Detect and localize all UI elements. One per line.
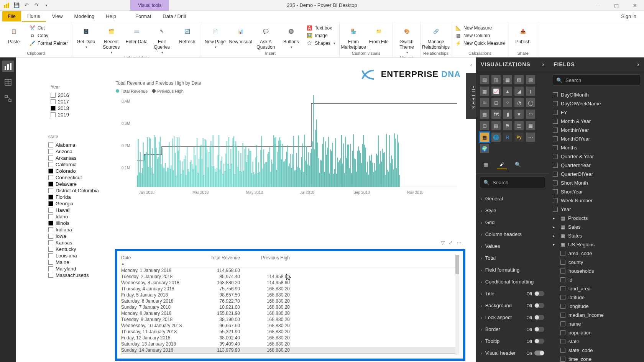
- tab-format[interactable]: Format: [130, 11, 156, 21]
- data-view-icon[interactable]: [2, 77, 14, 88]
- table-visual[interactable]: ▽ ⤢ ⋯ Date▲ Total Revenue Previous High …: [115, 249, 465, 361]
- format-card[interactable]: ›General: [476, 193, 549, 205]
- table-row[interactable]: Wednesday, 3 January 2018168,880.20114,9…: [121, 280, 459, 286]
- vis-kpi[interactable]: ⚑: [503, 121, 512, 130]
- save-icon[interactable]: 💾: [13, 2, 20, 9]
- state-option[interactable]: Idaho: [48, 213, 99, 220]
- format-card[interactable]: ›Field formatting: [476, 264, 549, 276]
- new-visual-button[interactable]: 📊New Visual: [229, 23, 252, 44]
- format-card[interactable]: ›BorderOff: [476, 323, 549, 335]
- table-row[interactable]: Thursday, 11 January 201855,321.90168,88…: [121, 329, 459, 335]
- paste-button[interactable]: 📋Paste: [2, 23, 25, 44]
- vis-donut[interactable]: ◯: [526, 98, 535, 107]
- state-option[interactable]: Hawaii: [48, 207, 99, 213]
- from-file-button[interactable]: 📁From File: [367, 23, 390, 44]
- format-card[interactable]: ›BackgroundOff: [476, 300, 549, 311]
- field-column[interactable]: latitude: [549, 293, 644, 302]
- vis-matrix[interactable]: ▦: [526, 121, 535, 130]
- enter-data-button[interactable]: ⌨️Enter Data: [125, 23, 148, 44]
- field-column[interactable]: Month & Year: [549, 117, 644, 126]
- format-card[interactable]: ›Style: [476, 205, 549, 216]
- col-header-rev[interactable]: Total Revenue: [198, 255, 248, 266]
- chart-visual[interactable]: Total Revenue and Previous High by Date …: [116, 80, 461, 209]
- vis-100-bar[interactable]: ▨: [526, 75, 535, 84]
- state-option[interactable]: Louisiana: [48, 252, 99, 259]
- vis-line-column[interactable]: ⫿: [526, 87, 535, 96]
- state-option[interactable]: Alabama: [48, 142, 99, 148]
- state-option[interactable]: District of Columbia: [48, 187, 99, 194]
- state-option[interactable]: Kansas: [48, 239, 99, 246]
- field-column[interactable]: QuarterOfYear: [549, 170, 644, 179]
- chevron-right-icon[interactable]: ›: [637, 61, 639, 67]
- vis-table[interactable]: ▦: [480, 133, 489, 142]
- format-card[interactable]: ›Lock aspectOff: [476, 311, 549, 323]
- field-table[interactable]: ▸▦States: [549, 231, 644, 240]
- tab-modeling[interactable]: Modeling: [69, 11, 100, 21]
- new-page-button[interactable]: 📄New Page▾: [204, 23, 227, 49]
- vis-treemap[interactable]: ▦: [480, 110, 489, 119]
- new-measure-button[interactable]: 📐New Measure: [453, 25, 506, 31]
- fields-well-icon[interactable]: ▦: [481, 159, 491, 169]
- shapes-button[interactable]: ⬠Shapes▾: [305, 40, 337, 47]
- model-view-icon[interactable]: [2, 93, 14, 104]
- format-card[interactable]: ›Values: [476, 240, 549, 252]
- vis-python[interactable]: Py: [514, 133, 524, 142]
- tab-file[interactable]: File: [2, 11, 21, 21]
- vis-scatter[interactable]: ⁘: [503, 98, 512, 107]
- table-row[interactable]: Tuesday, 2 January 201885,974.40114,958.…: [121, 274, 459, 280]
- manage-relationships-button[interactable]: 🔗Manage Relationships: [424, 23, 447, 50]
- format-card[interactable]: ›Conditional formatting: [476, 276, 549, 288]
- table-row[interactable]: Monday, 8 January 2018155,821.90168,880.…: [121, 310, 459, 316]
- state-option[interactable]: California: [48, 161, 99, 168]
- vis-pie[interactable]: ◔: [514, 98, 524, 107]
- vis-import[interactable]: ⋯: [526, 133, 535, 142]
- collapse-pane-icon[interactable]: ‹: [466, 60, 476, 70]
- year-option[interactable]: 2016: [51, 92, 69, 98]
- format-card[interactable]: ›Grid: [476, 216, 549, 228]
- field-column[interactable]: Short Month: [549, 179, 644, 187]
- vis-clustered-bar[interactable]: ▦: [503, 75, 512, 84]
- copy-button[interactable]: ⧉Copy: [28, 32, 69, 39]
- format-card[interactable]: ›Total: [476, 252, 549, 264]
- field-column[interactable]: Week Number: [549, 196, 644, 205]
- field-column[interactable]: households: [549, 267, 644, 275]
- field-column[interactable]: land_area: [549, 284, 644, 293]
- vis-waterfall[interactable]: ⊟: [491, 98, 501, 107]
- vis-area[interactable]: ▲: [503, 87, 512, 96]
- field-column[interactable]: state: [549, 337, 644, 346]
- vis-stacked-area[interactable]: ◢: [514, 87, 524, 96]
- col-header-date[interactable]: Date▲: [121, 255, 198, 266]
- filter-icon[interactable]: ▽: [441, 240, 445, 246]
- vis-line[interactable]: 📈: [491, 87, 501, 96]
- table-row[interactable]: Tuesday, 9 January 201838,190.00168,880.…: [121, 316, 459, 323]
- state-option[interactable]: Kentucky: [48, 246, 99, 252]
- field-column[interactable]: time_zone: [549, 355, 644, 362]
- vis-gauge[interactable]: ◠: [526, 110, 535, 119]
- vis-globe[interactable]: 🌍: [480, 144, 489, 153]
- textbox-button[interactable]: 🅰️Text box: [305, 25, 337, 31]
- state-option[interactable]: Massachusetts: [48, 272, 99, 278]
- fields-search[interactable]: 🔍Search: [553, 74, 640, 86]
- publish-button[interactable]: 📤Publish: [511, 23, 534, 44]
- field-table[interactable]: ▸▦Products: [549, 214, 644, 223]
- tab-home[interactable]: Home: [22, 11, 46, 22]
- undo-icon[interactable]: ↶: [23, 2, 30, 9]
- switch-theme-button[interactable]: 🎨Switch Theme▾: [395, 23, 418, 54]
- redo-icon[interactable]: ↷: [33, 2, 40, 9]
- vis-slicer[interactable]: ☰: [514, 121, 524, 130]
- state-option[interactable]: Maine: [48, 259, 99, 265]
- table-row[interactable]: Monday, 1 January 2018114,958.60: [121, 267, 459, 274]
- state-option[interactable]: Arkansas: [48, 155, 99, 161]
- state-option[interactable]: Illinois: [48, 220, 99, 226]
- format-well-icon[interactable]: 🖌: [497, 159, 507, 169]
- state-option[interactable]: Iowa: [48, 233, 99, 239]
- field-column[interactable]: state_code: [549, 346, 644, 355]
- field-column[interactable]: DayOfMonth: [549, 90, 644, 99]
- tab-data-drill[interactable]: Data / Drill: [157, 11, 191, 21]
- minimize-icon[interactable]: —: [589, 0, 607, 11]
- state-option[interactable]: Delaware: [48, 181, 99, 187]
- refresh-button[interactable]: 🔄Refresh: [176, 23, 199, 44]
- vis-stacked-bar[interactable]: ▤: [480, 75, 489, 84]
- field-table[interactable]: ▸▦Sales: [549, 223, 644, 231]
- maximize-icon[interactable]: ▢: [607, 0, 626, 11]
